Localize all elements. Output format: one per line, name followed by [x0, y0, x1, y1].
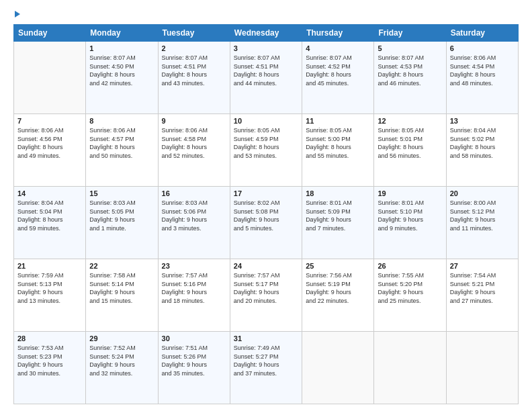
day-number: 27 — [450, 262, 515, 270]
day-info: Sunrise: 7:57 AMSunset: 5:16 PMDaylight:… — [162, 271, 226, 305]
day-number: 2 — [162, 44, 226, 52]
day-number: 18 — [306, 189, 370, 197]
day-number: 26 — [378, 262, 442, 270]
day-number: 23 — [162, 262, 226, 270]
calendar-cell: 5Sunrise: 8:07 AMSunset: 4:53 PMDaylight… — [374, 42, 446, 114]
weekday-header-row: SundayMondayTuesdayWednesdayThursdayFrid… — [14, 25, 519, 42]
day-number: 1 — [89, 44, 154, 52]
day-info: Sunrise: 7:58 AMSunset: 5:14 PMDaylight:… — [89, 271, 154, 305]
day-info: Sunrise: 7:53 AMSunset: 5:23 PMDaylight:… — [17, 344, 82, 377]
day-info: Sunrise: 8:05 AMSunset: 5:01 PMDaylight:… — [378, 126, 442, 160]
calendar-cell: 15Sunrise: 8:03 AMSunset: 5:05 PMDayligh… — [86, 187, 158, 259]
day-info: Sunrise: 8:01 AMSunset: 5:09 PMDaylight:… — [306, 199, 370, 232]
calendar-week-row: 14Sunrise: 8:04 AMSunset: 5:04 PMDayligh… — [14, 187, 519, 259]
calendar-cell: 14Sunrise: 8:04 AMSunset: 5:04 PMDayligh… — [14, 187, 86, 259]
day-number: 12 — [378, 117, 442, 125]
logo-arrow-icon — [15, 11, 20, 17]
day-info: Sunrise: 8:06 AMSunset: 4:54 PMDaylight:… — [450, 54, 515, 87]
calendar-cell: 9Sunrise: 8:06 AMSunset: 4:58 PMDaylight… — [158, 114, 230, 187]
calendar-cell: 28Sunrise: 7:53 AMSunset: 5:23 PMDayligh… — [14, 332, 86, 404]
calendar-cell: 8Sunrise: 8:06 AMSunset: 4:57 PMDaylight… — [86, 114, 158, 187]
day-number: 3 — [234, 44, 298, 52]
header — [13, 12, 519, 17]
calendar-cell: 22Sunrise: 7:58 AMSunset: 5:14 PMDayligh… — [86, 259, 158, 332]
calendar-week-row: 28Sunrise: 7:53 AMSunset: 5:23 PMDayligh… — [14, 332, 519, 404]
day-number: 6 — [450, 44, 515, 52]
weekday-header-monday: Monday — [86, 25, 158, 42]
day-number: 7 — [17, 117, 82, 125]
day-info: Sunrise: 8:01 AMSunset: 5:10 PMDaylight:… — [378, 199, 442, 232]
calendar-cell: 13Sunrise: 8:04 AMSunset: 5:02 PMDayligh… — [446, 114, 518, 187]
calendar-cell: 30Sunrise: 7:51 AMSunset: 5:26 PMDayligh… — [158, 332, 230, 404]
calendar-cell: 10Sunrise: 8:05 AMSunset: 4:59 PMDayligh… — [230, 114, 302, 187]
day-number: 4 — [306, 44, 370, 52]
weekday-header-saturday: Saturday — [446, 25, 518, 42]
day-number: 10 — [234, 117, 298, 125]
day-number: 14 — [17, 189, 82, 197]
day-number: 17 — [234, 189, 298, 197]
calendar-cell: 29Sunrise: 7:52 AMSunset: 5:24 PMDayligh… — [86, 332, 158, 404]
day-info: Sunrise: 8:07 AMSunset: 4:50 PMDaylight:… — [89, 54, 154, 87]
calendar-cell: 11Sunrise: 8:05 AMSunset: 5:00 PMDayligh… — [302, 114, 374, 187]
calendar-week-row: 7Sunrise: 8:06 AMSunset: 4:56 PMDaylight… — [14, 114, 519, 187]
calendar-cell: 23Sunrise: 7:57 AMSunset: 5:16 PMDayligh… — [158, 259, 230, 332]
day-info: Sunrise: 8:04 AMSunset: 5:02 PMDaylight:… — [450, 126, 515, 160]
calendar-cell: 17Sunrise: 8:02 AMSunset: 5:08 PMDayligh… — [230, 187, 302, 259]
logo — [13, 12, 20, 17]
day-number: 24 — [234, 262, 298, 270]
weekday-header-wednesday: Wednesday — [230, 25, 302, 42]
day-info: Sunrise: 8:07 AMSunset: 4:53 PMDaylight:… — [378, 54, 442, 87]
calendar-cell — [446, 332, 518, 404]
day-info: Sunrise: 7:55 AMSunset: 5:20 PMDaylight:… — [378, 271, 442, 305]
weekday-header-thursday: Thursday — [302, 25, 374, 42]
calendar-cell: 24Sunrise: 7:57 AMSunset: 5:17 PMDayligh… — [230, 259, 302, 332]
day-info: Sunrise: 8:06 AMSunset: 4:57 PMDaylight:… — [89, 126, 154, 160]
day-info: Sunrise: 8:07 AMSunset: 4:51 PMDaylight:… — [162, 54, 226, 87]
calendar-cell: 1Sunrise: 8:07 AMSunset: 4:50 PMDaylight… — [86, 42, 158, 114]
calendar-table: SundayMondayTuesdayWednesdayThursdayFrid… — [13, 24, 519, 404]
day-number: 19 — [378, 189, 442, 197]
calendar-cell: 31Sunrise: 7:49 AMSunset: 5:27 PMDayligh… — [230, 332, 302, 404]
day-number: 11 — [306, 117, 370, 125]
day-info: Sunrise: 7:51 AMSunset: 5:26 PMDaylight:… — [162, 344, 226, 377]
day-info: Sunrise: 7:54 AMSunset: 5:21 PMDaylight:… — [450, 271, 515, 305]
calendar-cell — [374, 332, 446, 404]
calendar-cell: 16Sunrise: 8:03 AMSunset: 5:06 PMDayligh… — [158, 187, 230, 259]
day-info: Sunrise: 8:07 AMSunset: 4:52 PMDaylight:… — [306, 54, 370, 87]
day-number: 16 — [162, 189, 226, 197]
day-info: Sunrise: 7:57 AMSunset: 5:17 PMDaylight:… — [234, 271, 298, 305]
calendar-week-row: 1Sunrise: 8:07 AMSunset: 4:50 PMDaylight… — [14, 42, 519, 114]
day-number: 8 — [89, 117, 154, 125]
day-info: Sunrise: 8:07 AMSunset: 4:51 PMDaylight:… — [234, 54, 298, 87]
calendar-cell — [302, 332, 374, 404]
day-info: Sunrise: 8:06 AMSunset: 4:56 PMDaylight:… — [17, 126, 82, 160]
day-info: Sunrise: 8:04 AMSunset: 5:04 PMDaylight:… — [17, 199, 82, 232]
calendar-cell: 3Sunrise: 8:07 AMSunset: 4:51 PMDaylight… — [230, 42, 302, 114]
calendar-cell: 2Sunrise: 8:07 AMSunset: 4:51 PMDaylight… — [158, 42, 230, 114]
day-number: 29 — [89, 334, 154, 342]
day-info: Sunrise: 8:05 AMSunset: 5:00 PMDaylight:… — [306, 126, 370, 160]
day-number: 22 — [89, 262, 154, 270]
day-info: Sunrise: 7:52 AMSunset: 5:24 PMDaylight:… — [89, 344, 154, 377]
day-info: Sunrise: 8:06 AMSunset: 4:58 PMDaylight:… — [162, 126, 226, 160]
day-info: Sunrise: 8:03 AMSunset: 5:06 PMDaylight:… — [162, 199, 226, 232]
day-info: Sunrise: 8:03 AMSunset: 5:05 PMDaylight:… — [89, 199, 154, 232]
day-number: 20 — [450, 189, 515, 197]
page: SundayMondayTuesdayWednesdayThursdayFrid… — [0, 0, 532, 411]
day-number: 9 — [162, 117, 226, 125]
calendar-cell: 25Sunrise: 7:56 AMSunset: 5:19 PMDayligh… — [302, 259, 374, 332]
calendar-cell: 18Sunrise: 8:01 AMSunset: 5:09 PMDayligh… — [302, 187, 374, 259]
calendar-cell: 20Sunrise: 8:00 AMSunset: 5:12 PMDayligh… — [446, 187, 518, 259]
day-number: 13 — [450, 117, 515, 125]
calendar-cell: 27Sunrise: 7:54 AMSunset: 5:21 PMDayligh… — [446, 259, 518, 332]
day-info: Sunrise: 8:02 AMSunset: 5:08 PMDaylight:… — [234, 199, 298, 232]
weekday-header-tuesday: Tuesday — [158, 25, 230, 42]
day-info: Sunrise: 7:59 AMSunset: 5:13 PMDaylight:… — [17, 271, 82, 305]
day-info: Sunrise: 8:05 AMSunset: 4:59 PMDaylight:… — [234, 126, 298, 160]
day-number: 5 — [378, 44, 442, 52]
day-number: 25 — [306, 262, 370, 270]
day-number: 30 — [162, 334, 226, 342]
day-info: Sunrise: 8:00 AMSunset: 5:12 PMDaylight:… — [450, 199, 515, 232]
calendar-week-row: 21Sunrise: 7:59 AMSunset: 5:13 PMDayligh… — [14, 259, 519, 332]
day-info: Sunrise: 7:56 AMSunset: 5:19 PMDaylight:… — [306, 271, 370, 305]
